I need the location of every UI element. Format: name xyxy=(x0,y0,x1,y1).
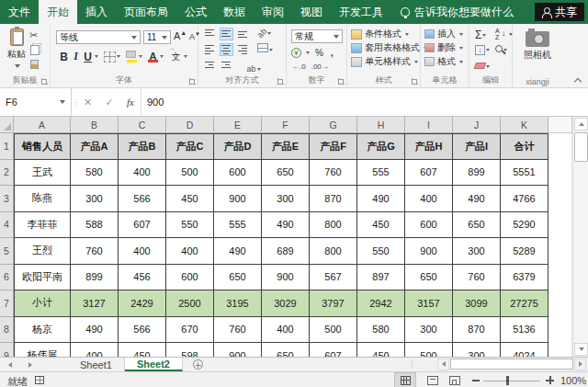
cell[interactable]: 400 xyxy=(71,343,119,357)
camera-button[interactable]: 照相机 xyxy=(513,31,562,62)
phonetic-dropdown-icon[interactable] xyxy=(184,55,187,58)
collapse-ribbon-button[interactable] xyxy=(574,78,582,84)
cell[interactable]: 670 xyxy=(166,317,214,344)
cell[interactable]: 689 xyxy=(262,238,310,265)
cell[interactable]: 3195 xyxy=(214,290,262,317)
cell[interactable]: 550 xyxy=(357,238,405,265)
column-header-F[interactable]: F xyxy=(262,117,310,133)
cell[interactable]: 400 xyxy=(405,186,453,212)
cell[interactable]: 566 xyxy=(119,186,166,212)
cell[interactable]: 27275 xyxy=(501,290,548,317)
vertical-scrollbar[interactable] xyxy=(572,117,588,357)
accounting-format-icon[interactable]: ¥ xyxy=(291,48,301,58)
cell[interactable]: 900 xyxy=(405,238,453,265)
cell[interactable]: 450 xyxy=(119,343,166,357)
ribbon-tab-file[interactable]: 文件 xyxy=(0,0,39,24)
scroll-left-button[interactable] xyxy=(437,359,449,370)
cell[interactable] xyxy=(548,290,572,317)
column-header-C[interactable]: C xyxy=(119,117,166,133)
cell[interactable] xyxy=(548,160,572,187)
cell[interactable]: 900 xyxy=(214,343,262,357)
cancel-entry-icon[interactable]: ✕ xyxy=(84,97,92,108)
cell[interactable]: 400 xyxy=(119,160,166,187)
cell[interactable]: 300 xyxy=(453,343,501,357)
cell[interactable]: 650 xyxy=(262,160,310,187)
cell[interactable]: 产品A xyxy=(71,133,119,160)
cell[interactable]: 产品I xyxy=(453,133,501,160)
new-sheet-button[interactable] xyxy=(183,358,213,371)
cell[interactable]: 400 xyxy=(262,317,310,344)
cell[interactable]: 产品H xyxy=(405,133,453,160)
horizontal-scroll-thumb[interactable] xyxy=(450,359,573,370)
column-header-H[interactable]: H xyxy=(357,117,405,133)
cell[interactable]: 650 xyxy=(453,212,501,239)
horizontal-scrollbar[interactable] xyxy=(437,358,588,370)
cell[interactable]: 2429 xyxy=(119,290,166,317)
wrap-text-button[interactable]: ab xyxy=(247,64,261,74)
italic-button[interactable]: I xyxy=(70,50,82,63)
sheet-nav-right-icon[interactable] xyxy=(20,358,40,371)
cell[interactable]: 567 xyxy=(310,265,357,291)
paste-dropdown[interactable] xyxy=(15,64,20,68)
column-header-J[interactable]: J xyxy=(453,117,501,133)
scroll-down-button[interactable] xyxy=(574,343,588,356)
column-header-L[interactable] xyxy=(548,117,572,133)
increase-decimal-button[interactable]: ←.0 xyxy=(292,63,306,71)
cell[interactable]: 580 xyxy=(357,317,405,344)
format-cells-button[interactable]: 格式 xyxy=(424,55,469,68)
cell[interactable] xyxy=(548,265,572,291)
formula-input[interactable]: 900 xyxy=(141,88,588,116)
row-header-8[interactable]: 8 xyxy=(0,317,14,344)
clear-button[interactable] xyxy=(475,61,490,71)
cell[interactable]: 李菲菲 xyxy=(14,212,71,239)
cell[interactable]: 800 xyxy=(310,238,357,265)
cell[interactable]: 588 xyxy=(71,212,119,239)
cell[interactable]: 6379 xyxy=(501,265,548,291)
cell[interactable] xyxy=(548,186,572,212)
cell[interactable]: 600 xyxy=(166,265,214,291)
number-dialog-launcher[interactable] xyxy=(338,78,345,85)
cell[interactable]: 3029 xyxy=(262,290,310,317)
cell[interactable] xyxy=(548,238,572,265)
conditional-formatting-button[interactable]: 条件格式 xyxy=(351,28,420,40)
share-button[interactable]: 共享 xyxy=(535,3,584,21)
row-header-6[interactable]: 6 xyxy=(0,265,14,291)
align-center-button[interactable] xyxy=(220,44,232,55)
cell[interactable]: 650 xyxy=(405,265,453,291)
cell[interactable]: 5551 xyxy=(501,160,548,187)
cell[interactable]: 王烈 xyxy=(14,238,71,265)
alignment-dialog-launcher[interactable] xyxy=(277,78,284,85)
ribbon-tab-页面布局[interactable]: 页面布局 xyxy=(116,0,176,24)
orientation-button[interactable]: ab xyxy=(257,28,271,38)
zoom-out-button[interactable] xyxy=(472,380,480,381)
comma-style-button[interactable]: , xyxy=(331,48,334,58)
cell[interactable]: 300 xyxy=(71,186,119,212)
cell[interactable]: 450 xyxy=(166,186,214,212)
font-color-button[interactable]: A xyxy=(147,51,159,63)
cell[interactable]: 870 xyxy=(453,317,501,344)
delete-cells-button[interactable]: 删除 xyxy=(424,41,469,54)
name-box[interactable]: F6 xyxy=(0,88,72,116)
cell[interactable]: 600 xyxy=(214,160,262,187)
fill-button[interactable]: ↓ xyxy=(475,44,490,55)
ribbon-tab-审阅[interactable]: 审阅 xyxy=(254,0,292,24)
zoom-in-button[interactable] xyxy=(546,376,554,384)
decrease-decimal-button[interactable]: .00→ xyxy=(311,63,329,71)
scroll-up-button[interactable] xyxy=(574,118,588,131)
cell[interactable]: 2500 xyxy=(166,290,214,317)
cell[interactable]: 杨伟展 xyxy=(14,343,71,357)
underline-button[interactable]: U xyxy=(82,51,94,63)
cut-icon[interactable]: ✂ xyxy=(29,29,40,42)
cell[interactable]: 490 xyxy=(453,186,501,212)
cell[interactable]: 4024 xyxy=(501,343,548,357)
cell[interactable]: 490 xyxy=(214,238,262,265)
styles-dialog-launcher[interactable] xyxy=(412,78,418,85)
cell[interactable]: 555 xyxy=(357,160,405,187)
cell[interactable]: 600 xyxy=(405,212,453,239)
cell[interactable]: 400 xyxy=(119,238,166,265)
zoom-slider-thumb[interactable] xyxy=(506,376,509,385)
cell[interactable]: 760 xyxy=(453,265,501,291)
page-layout-view-button[interactable] xyxy=(423,373,443,387)
find-select-button[interactable] xyxy=(495,44,507,54)
cell[interactable]: 870 xyxy=(310,186,357,212)
